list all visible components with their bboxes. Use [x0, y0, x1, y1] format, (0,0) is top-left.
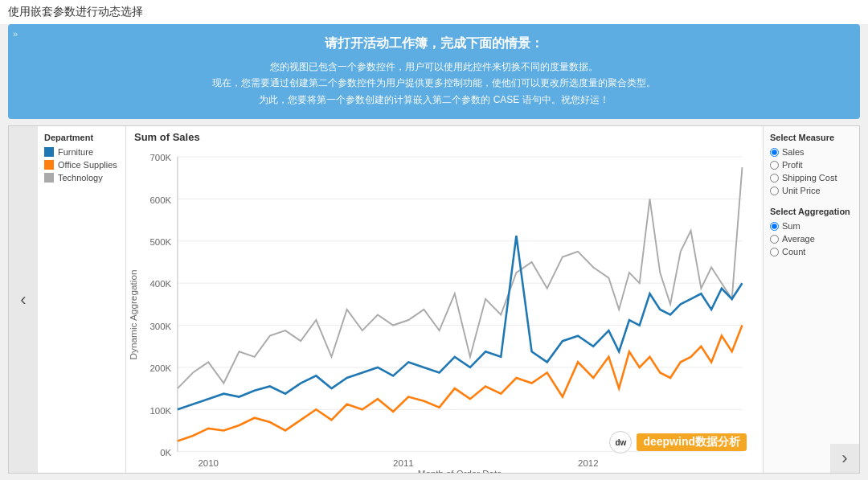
- instruction-title: 请打开活动工作簿，完成下面的情景：: [24, 35, 844, 52]
- aggregation-label: Average: [782, 234, 815, 244]
- measure-label: Unit Price: [782, 186, 821, 195]
- aggregation-radio-item[interactable]: Sum: [770, 221, 853, 231]
- measure-radio-item[interactable]: Shipping Cost: [770, 173, 853, 183]
- aggregation-radio[interactable]: [770, 235, 779, 244]
- svg-text:2010: 2010: [198, 457, 219, 468]
- aggregation-radio-item[interactable]: Average: [770, 234, 853, 244]
- measure-label: Shipping Cost: [782, 173, 837, 183]
- measure-radio[interactable]: [770, 161, 779, 170]
- chart-title: Sum of Sales: [126, 131, 763, 143]
- select-aggregation-title: Select Aggregation: [770, 207, 853, 216]
- aggregation-label: Count: [782, 247, 805, 256]
- svg-text:100K: 100K: [149, 405, 171, 416]
- watermark-logo: dw: [609, 431, 632, 453]
- select-measure-title: Select Measure: [770, 133, 853, 142]
- chart-canvas: 700K 600K 500K 400K 300K 200K 100K 0K Dy…: [126, 146, 763, 473]
- expand-icon[interactable]: »: [13, 29, 18, 39]
- svg-text:2012: 2012: [578, 457, 599, 468]
- measure-radio-item[interactable]: Unit Price: [770, 186, 853, 195]
- svg-text:2011: 2011: [393, 457, 414, 468]
- svg-text:Month of Order Date: Month of Order Date: [418, 468, 502, 473]
- furniture-line: [178, 236, 743, 409]
- main-container: » 请打开活动工作簿，完成下面的情景： 您的视图已包含一个参数控件，用户可以使用…: [0, 24, 868, 480]
- chart-svg: 700K 600K 500K 400K 300K 200K 100K 0K Dy…: [126, 146, 763, 473]
- svg-text:0K: 0K: [160, 447, 171, 457]
- measure-radio-group: SalesProfitShipping CostUnit Price: [770, 147, 853, 195]
- nav-arrow-right[interactable]: ›: [830, 444, 859, 473]
- measure-radio-item[interactable]: Profit: [770, 160, 853, 170]
- measure-label: Sales: [782, 147, 805, 157]
- instruction-line-1: 您的视图已包含一个参数控件，用户可以使用此控件来切换不同的度量数据。: [24, 59, 844, 75]
- legend-panel: Department FurnitureOffice SuppliesTechn…: [38, 126, 126, 473]
- instruction-line-3: 为此，您要将第一个参数创建的计算嵌入第二个参数的 CASE 语句中。祝您好运！: [24, 92, 844, 108]
- aggregation-radio[interactable]: [770, 222, 779, 231]
- instruction-text: 您的视图已包含一个参数控件，用户可以使用此控件来切换不同的度量数据。 现在，您需…: [24, 59, 844, 108]
- measure-label: Profit: [782, 160, 803, 170]
- legend-item: Furniture: [44, 147, 119, 157]
- legend-item: Office Supplies: [44, 160, 119, 170]
- office-supplies-line: [178, 326, 743, 441]
- watermark: dw deepwind数据分析: [609, 431, 747, 453]
- aggregation-radio[interactable]: [770, 248, 779, 256]
- legend-items: FurnitureOffice SuppliesTechnology: [44, 147, 119, 183]
- instruction-line-2: 现在，您需要通过创建第二个参数控件为用户提供更多控制功能，使他们可以更改所选度量…: [24, 75, 844, 91]
- aggregation-label: Sum: [782, 221, 800, 231]
- measure-radio[interactable]: [770, 174, 779, 183]
- content-area: ‹ Department FurnitureOffice SuppliesTec…: [8, 125, 860, 474]
- svg-text:700K: 700K: [149, 152, 171, 162]
- measure-radio[interactable]: [770, 148, 779, 157]
- svg-text:500K: 500K: [149, 236, 171, 247]
- legend-item: Technology: [44, 173, 119, 183]
- chart-area: Sum of Sales: [126, 126, 763, 473]
- svg-text:200K: 200K: [149, 363, 171, 373]
- instruction-box: » 请打开活动工作簿，完成下面的情景： 您的视图已包含一个参数控件，用户可以使用…: [8, 24, 860, 119]
- legend-title: Department: [44, 133, 119, 142]
- right-panel: Select Measure SalesProfitShipping CostU…: [763, 126, 859, 473]
- watermark-text: deepwind数据分析: [637, 433, 747, 451]
- aggregation-radio-group: SumAverageCount: [770, 221, 853, 256]
- svg-text:300K: 300K: [149, 321, 171, 331]
- aggregation-radio-item[interactable]: Count: [770, 247, 853, 256]
- nav-arrow-left[interactable]: ‹: [9, 126, 38, 473]
- measure-radio-item[interactable]: Sales: [770, 147, 853, 157]
- measure-radio[interactable]: [770, 187, 779, 195]
- svg-text:600K: 600K: [149, 195, 171, 205]
- chart-section: Department FurnitureOffice SuppliesTechn…: [38, 126, 763, 473]
- technology-line: [178, 167, 743, 388]
- svg-text:Dynamic Aggregation: Dynamic Aggregation: [128, 270, 138, 360]
- svg-text:400K: 400K: [149, 278, 171, 289]
- page-title: 使用嵌套参数进行动态选择: [0, 0, 868, 24]
